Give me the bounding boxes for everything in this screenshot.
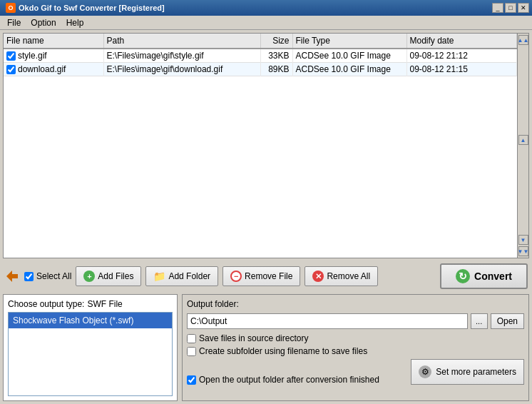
title-bar: O Okdo Gif to Swf Converter [Registered]… (0, 0, 532, 16)
output-type-item[interactable]: Shockwave Flash Object (*.swf) (9, 313, 172, 328)
menu-help[interactable]: Help (62, 16, 88, 29)
remove-file-button[interactable]: − Remove File (222, 266, 300, 286)
select-all-label: Select All (36, 271, 71, 281)
output-folder-panel: Output folder: ... Open Save files in so… (182, 294, 529, 401)
remove-all-icon: ✕ (312, 271, 324, 282)
add-files-button[interactable]: + Add Files (76, 266, 141, 286)
file-size-cell: 89KB (260, 63, 292, 76)
set-params-button[interactable]: ⚙ Set more parameters (411, 359, 524, 385)
open-after-checkbox[interactable] (187, 375, 196, 385)
open-after-label: Open the output folder after conversion … (199, 375, 379, 385)
restore-button[interactable]: □ (505, 3, 516, 13)
create-subfolder-label: Create subfolder using filename to save … (199, 346, 367, 356)
scroll-bottom-button[interactable]: ▼▼ (518, 246, 528, 256)
remove-all-button[interactable]: ✕ Remove All (305, 266, 378, 286)
file-type-cell: ACDSee 10.0 GIF Image (292, 63, 406, 76)
select-all-checkbox[interactable] (24, 272, 34, 281)
browse-button[interactable]: ... (471, 313, 488, 329)
file-name-cell: download.gif (4, 63, 103, 76)
table-scrollbar: ▲▲ ▲ ▼ ▼▼ (517, 34, 528, 258)
folder-options-row: Open the output folder after conversion … (187, 359, 524, 385)
back-button[interactable] (4, 268, 20, 284)
action-buttons: + Add Files 📁 Add Folder − Remove File ✕… (76, 266, 436, 286)
select-all-area: Select All (24, 271, 71, 281)
file-size-cell: 33KB (260, 49, 292, 63)
output-type-label: Choose output type: (8, 299, 84, 309)
scroll-down-button[interactable]: ▼ (518, 235, 528, 245)
title-controls: _ □ ✕ (492, 3, 529, 13)
col-filename: File name (4, 34, 103, 49)
convert-icon: ↻ (456, 269, 470, 283)
remove-file-icon: − (230, 271, 242, 282)
save-source-label: Save files in source directory (199, 333, 308, 343)
main-content: File name Path Size File Type Modify dat… (0, 30, 532, 404)
file-date-cell: 09-08-12 21:12 (406, 49, 517, 63)
menu-bar: File Option Help (0, 16, 532, 30)
folder-input-row: ... Open (187, 313, 524, 329)
output-type-current: SWF File (87, 299, 122, 309)
menu-file[interactable]: File (3, 16, 25, 29)
output-folder-label: Output folder: (187, 299, 524, 309)
file-path-cell: E:\Files\image\gif\download.gif (103, 63, 260, 76)
output-type-panel: Choose output type: SWF File Shockwave F… (3, 294, 178, 401)
file-type-cell: ACDSee 10.0 GIF Image (292, 49, 406, 63)
folder-path-input[interactable] (187, 313, 468, 329)
row-checkbox[interactable] (6, 51, 16, 61)
save-source-row: Save files in source directory (187, 333, 524, 343)
add-files-icon: + (83, 271, 95, 282)
close-button[interactable]: ✕ (518, 3, 529, 13)
svg-marker-0 (6, 271, 18, 282)
file-table-container: File name Path Size File Type Modify dat… (3, 33, 529, 258)
file-table-wrapper: File name Path Size File Type Modify dat… (4, 34, 517, 258)
options-checkboxes: Save files in source directory Create su… (187, 333, 524, 396)
open-after-row: Open the output folder after conversion … (187, 375, 379, 385)
file-table: File name Path Size File Type Modify dat… (4, 34, 517, 76)
file-name-cell: style.gif (4, 49, 103, 63)
bottom-panel: Choose output type: SWF File Shockwave F… (3, 294, 529, 401)
row-checkbox[interactable] (6, 65, 16, 74)
col-modifydate: Modify date (406, 34, 517, 49)
col-filetype: File Type (292, 34, 406, 49)
file-path-cell: E:\Files\image\gif\style.gif (103, 49, 260, 63)
add-folder-icon: 📁 (153, 271, 165, 282)
col-size: Size (260, 34, 292, 49)
add-folder-button[interactable]: 📁 Add Folder (145, 266, 218, 286)
convert-button[interactable]: ↻ Convert (440, 263, 528, 289)
open-folder-button[interactable]: Open (491, 313, 524, 329)
table-row: style.gif E:\Files\image\gif\style.gif 3… (4, 49, 517, 63)
scroll-up-button[interactable]: ▲ (518, 135, 528, 145)
minimize-button[interactable]: _ (492, 3, 503, 13)
title-bar-text: O Okdo Gif to Swf Converter [Registered] (3, 3, 165, 13)
toolbar-row: Select All + Add Files 📁 Add Folder − Re… (3, 261, 529, 291)
col-path: Path (103, 34, 260, 49)
save-source-checkbox[interactable] (187, 334, 196, 343)
create-subfolder-row: Create subfolder using filename to save … (187, 346, 524, 356)
table-row: download.gif E:\Files\image\gif\download… (4, 63, 517, 76)
menu-option[interactable]: Option (26, 16, 60, 29)
output-type-list[interactable]: Shockwave Flash Object (*.swf) (8, 312, 173, 396)
gear-icon: ⚙ (419, 365, 431, 378)
scroll-top-button[interactable]: ▲▲ (518, 35, 528, 45)
file-date-cell: 09-08-12 21:15 (406, 63, 517, 76)
create-subfolder-checkbox[interactable] (187, 347, 196, 356)
app-icon: O (6, 3, 16, 13)
